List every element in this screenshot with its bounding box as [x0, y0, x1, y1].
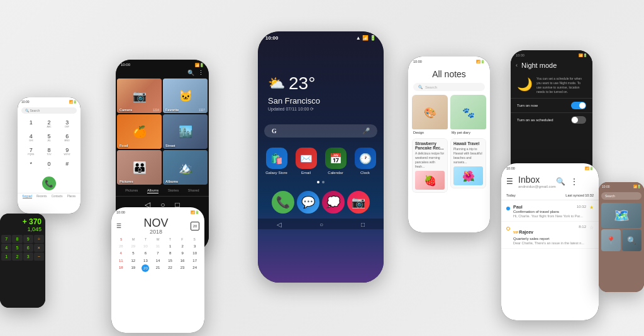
cal-day-1[interactable]: 1: [164, 243, 176, 249]
cal-day-5[interactable]: 5: [128, 250, 140, 256]
star-icon-rajeev[interactable]: ☆: [589, 225, 594, 245]
key-7[interactable]: 7PQRS: [23, 145, 40, 158]
dock-bubbles-icon[interactable]: 💭: [322, 191, 345, 214]
calc-btn-5[interactable]: 5: [12, 244, 22, 252]
tab-stories[interactable]: Stories: [168, 188, 179, 193]
key-9[interactable]: 9WXYZ: [58, 145, 75, 158]
gallery-item-camera[interactable]: Camera 1234: [117, 79, 162, 113]
key-star[interactable]: *: [23, 159, 40, 171]
map-tile-3[interactable]: [622, 229, 641, 251]
cal-day-2[interactable]: 2: [177, 243, 189, 249]
calc-btn-7[interactable]: 7: [1, 235, 11, 243]
map-search-bar[interactable]: Search: [601, 192, 641, 200]
key-hash[interactable]: #: [58, 159, 75, 171]
cal-day-24[interactable]: 24: [189, 264, 201, 272]
app-calendar[interactable]: 📅 Calendar: [323, 148, 348, 175]
toggle-scheduled[interactable]: [571, 116, 586, 124]
cal-day-12[interactable]: 12: [128, 257, 140, 264]
google-search-bar[interactable]: G 🎤: [264, 124, 377, 138]
cal-day-18[interactable]: 18: [115, 264, 127, 272]
dock-message-icon[interactable]: 💬: [297, 191, 319, 214]
cal-day-16[interactable]: 16: [177, 257, 189, 264]
calc-btn-mul[interactable]: ×: [34, 244, 44, 252]
map-tile-main[interactable]: [601, 203, 641, 228]
key-8[interactable]: 8TUV: [41, 145, 58, 158]
cal-day-11[interactable]: 11: [115, 257, 127, 264]
tab-places[interactable]: Places: [67, 195, 76, 198]
notes-search-bar[interactable]: 🔍 Search: [413, 83, 485, 91]
cal-day-10[interactable]: 10: [189, 250, 201, 256]
dock-camera-icon[interactable]: 📷: [347, 191, 370, 214]
cal-date-badge[interactable]: 20: [191, 222, 199, 230]
toggle-on-now[interactable]: [571, 102, 586, 109]
calc-btn-2[interactable]: 2: [12, 252, 22, 261]
tab-contacts[interactable]: Contacts: [52, 195, 63, 198]
back-icon[interactable]: ◁: [277, 221, 282, 228]
email-item-rajeev[interactable]: VIP Rajeev 8:12 Quarterly sales report D…: [501, 222, 599, 249]
gallery-item-favorites[interactable]: Favorite 1327: [163, 79, 208, 113]
cal-day-3[interactable]: 3: [189, 243, 201, 249]
tab-recents[interactable]: Recents: [36, 195, 47, 198]
call-button[interactable]: 📞: [42, 176, 56, 190]
cal-day-7[interactable]: 7: [152, 250, 164, 256]
cal-day-14[interactable]: 14: [152, 257, 164, 264]
cal-day-8[interactable]: 8: [164, 250, 176, 256]
note-pet[interactable]: My pet diary: [450, 95, 486, 136]
tab-shared[interactable]: Shared: [188, 188, 199, 193]
home-icon[interactable]: ○: [319, 221, 323, 228]
star-icon-paul[interactable]: ★: [589, 205, 594, 218]
key-0[interactable]: 0+: [41, 159, 58, 171]
cal-day-23[interactable]: 23: [177, 264, 189, 272]
more-icon[interactable]: ⋮: [198, 70, 204, 76]
cal-day-21[interactable]: 21: [152, 264, 164, 272]
note-design[interactable]: Design: [412, 95, 448, 136]
note-hawaii[interactable]: Hawaii Travel Planning a trip to Hawaii …: [450, 138, 486, 193]
gallery-item-pictures[interactable]: Pictures: [117, 150, 162, 185]
calc-btn-4[interactable]: 4: [1, 244, 11, 252]
calc-btn-9[interactable]: 9: [23, 235, 33, 243]
key-6[interactable]: 6MNO: [58, 131, 75, 144]
dock-phone-icon[interactable]: 📞: [272, 191, 294, 214]
tab-albums[interactable]: Albums: [147, 188, 158, 193]
dialer-search-bar[interactable]: 🔍 Search: [21, 107, 77, 114]
gallery-item-food[interactable]: Food: [117, 114, 162, 149]
gallery-item-albums[interactable]: Albums: [163, 150, 208, 185]
cal-day-19[interactable]: 19: [128, 264, 140, 272]
email-item-paul[interactable]: Paul 10:32 Confirmation of travel plans …: [501, 202, 599, 222]
calc-btn-3[interactable]: 3: [23, 252, 33, 261]
app-galaxy-store[interactable]: 🛍️ Galaxy Store: [264, 148, 289, 175]
key-2[interactable]: 2ABC: [41, 117, 58, 130]
cal-menu-icon[interactable]: ☰: [116, 223, 121, 229]
clock-label: Clock: [360, 171, 370, 175]
cal-day-4[interactable]: 4: [115, 250, 127, 256]
search-icon[interactable]: 🔍: [556, 177, 565, 186]
note-strawberry[interactable]: Strawberry Pancake Rec... A delicious re…: [412, 138, 448, 193]
tab-keypad[interactable]: Keypad: [23, 195, 32, 198]
search-icon[interactable]: 🔍: [187, 70, 194, 76]
key-3[interactable]: 3DEF: [58, 117, 75, 130]
cal-day-22[interactable]: 22: [164, 264, 176, 272]
calc-btn-sub[interactable]: −: [34, 252, 44, 261]
calc-btn-6[interactable]: 6: [23, 244, 33, 252]
calc-btn-div[interactable]: ÷: [34, 235, 44, 243]
key-5[interactable]: 5JKL: [41, 131, 58, 144]
map-tile-2[interactable]: [601, 229, 621, 251]
app-email[interactable]: ✉️ Email: [294, 148, 318, 175]
gallery-item-street[interactable]: Street: [163, 114, 208, 149]
calc-btn-1[interactable]: 1: [1, 252, 11, 261]
tab-pictures[interactable]: Pictures: [125, 188, 138, 193]
key-1[interactable]: 1: [23, 117, 40, 130]
recents-icon[interactable]: □: [361, 221, 365, 228]
calc-btn-8[interactable]: 8: [12, 235, 22, 243]
more-icon[interactable]: ⋮: [570, 177, 578, 186]
back-icon[interactable]: ‹: [516, 62, 518, 68]
app-clock[interactable]: 🕐 Clock: [353, 148, 377, 175]
cal-day-6[interactable]: 6: [140, 250, 152, 256]
email-menu-icon[interactable]: ☰: [506, 177, 513, 186]
cal-day-17[interactable]: 17: [189, 257, 201, 264]
key-4[interactable]: 4GHI: [23, 131, 40, 144]
cal-day-9[interactable]: 9: [177, 250, 189, 256]
cal-day-20-today[interactable]: 20: [142, 264, 149, 272]
cal-day-13[interactable]: 13: [140, 257, 152, 264]
cal-day-15[interactable]: 15: [164, 257, 176, 264]
